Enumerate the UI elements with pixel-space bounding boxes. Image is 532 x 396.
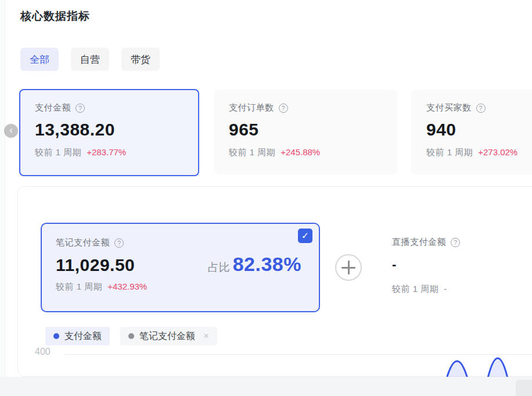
compare-period-label: 较前 1 周期 [56,281,102,292]
check-icon: ✓ [301,231,309,241]
change-percent: +273.02% [478,147,517,157]
tab-all[interactable]: 全部 [20,48,59,71]
change-percent: - [444,284,447,294]
chart-legend: 支付金额 笔记支付金额 × [45,327,217,345]
y-axis-tick-400: 400 [35,347,51,357]
metric-card-payment-amount[interactable]: 支付金额 ? 13,388.20 较前 1 周期 +283.77% [19,89,199,176]
carousel-prev-button[interactable]: ‹ [4,124,18,138]
page-left-edge [0,0,5,377]
add-metric-button[interactable] [335,254,362,281]
legend-item-payment-amount[interactable]: 支付金额 [45,327,110,345]
share-value: 82.38% [233,253,301,276]
floating-corner-widget[interactable] [516,380,532,396]
dashboard-page: 核心数据指标 全部 自营 带货 ‹ 支付金额 ? 13,388.20 较前 1 … [0,0,532,396]
series-dot-icon [53,333,59,339]
metric-card-payment-buyers[interactable]: 支付买家数 ? 940 较前 1 周期 +273.02% [411,90,532,174]
metric-label: 直播支付金额 [392,237,446,248]
compare-period-label: 较前 1 周期 [392,284,438,295]
change-percent: +283.77% [87,147,126,157]
tab-self-operated[interactable]: 自营 [71,48,109,71]
compare-period-label: 较前 1 周期 [426,147,473,158]
metric-value: 11,029.50 [56,255,135,275]
legend-label: 笔记支付金额 [139,330,195,343]
chevron-left-icon: ‹ [9,124,13,135]
share-label: 占比 [208,260,230,275]
metric-label: 笔记支付金额 [56,237,110,248]
change-percent: +245.88% [281,147,320,157]
sub-metric-card-live-payment[interactable]: 直播支付金额 ? - 较前 1 周期 - [392,237,529,295]
metric-value: 965 [229,120,382,140]
metric-value: - [392,257,529,272]
compare-period-label: 较前 1 周期 [229,147,275,158]
metric-label: 支付订单数 [229,102,274,113]
page-bottom-background [0,377,532,396]
legend-item-note-payment[interactable]: 笔记支付金额 × [120,327,217,345]
metric-value: 13,388.20 [35,120,184,140]
tab-affiliate[interactable]: 带货 [121,48,160,71]
plus-icon [348,261,350,274]
legend-label: 支付金额 [64,330,102,343]
question-circle-icon[interactable]: ? [451,238,460,247]
question-circle-icon[interactable]: ? [279,104,288,113]
sub-metric-card-note-payment[interactable]: ✓ 笔记支付金额 ? 11,029.50 占比 82.38% 较前 1 周期 +… [41,223,320,312]
metric-card-payment-orders[interactable]: 支付订单数 ? 965 较前 1 周期 +245.88% [214,90,397,174]
compare-period-label: 较前 1 周期 [35,147,81,158]
question-circle-icon[interactable]: ? [114,238,124,248]
question-circle-icon[interactable]: ? [476,104,486,113]
change-percent: +432.93% [107,281,147,291]
series-dot-icon [128,333,134,339]
question-circle-icon[interactable]: ? [76,104,85,113]
payment-amount-line-chart[interactable] [64,354,532,377]
metric-scope-tabs: 全部 自营 带货 [20,48,160,71]
metric-label: 支付买家数 [426,102,472,113]
close-icon[interactable]: × [203,330,209,342]
metric-value: 940 [426,120,532,140]
checkbox-checked-icon[interactable]: ✓ [298,229,312,243]
metric-label: 支付金额 [35,102,71,113]
page-title: 核心数据指标 [20,9,90,24]
